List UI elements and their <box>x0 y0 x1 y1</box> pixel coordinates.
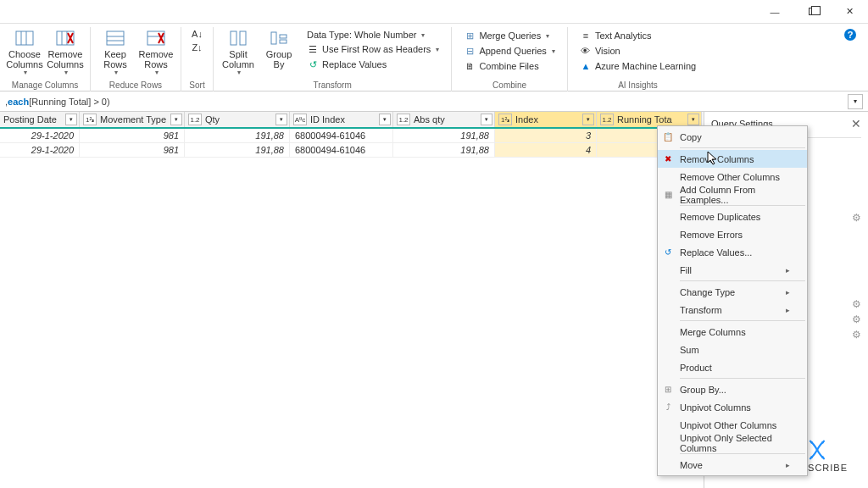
menu-remove-duplicates[interactable]: Remove Duplicates <box>658 208 807 225</box>
label: Remove Rows <box>138 49 174 69</box>
column-header-qty[interactable]: 1.2Qty▾ <box>185 112 290 127</box>
gear-icon[interactable]: ⚙ <box>852 212 861 224</box>
column-header-movement-type[interactable]: 1²₃Movement Type▾ <box>80 112 185 127</box>
close-pane-button[interactable]: ✕ <box>851 117 861 130</box>
label: Group By <box>261 49 297 69</box>
combine-files-button[interactable]: 🗎Combine Files <box>460 59 559 73</box>
separator <box>680 280 805 281</box>
help-button[interactable]: ? <box>844 25 863 41</box>
menu-add-column-from-examples[interactable]: ▦Add Column From Examples... <box>658 186 807 203</box>
menu-remove-other-columns[interactable]: Remove Other Columns <box>658 168 807 186</box>
submenu-icon: ▸ <box>786 461 790 469</box>
sort-desc-icon: Z↓ <box>192 42 203 53</box>
group-label: Manage Columns <box>12 80 78 92</box>
formula-bar[interactable]: , each [Running Total] > 0) ▾ <box>0 92 868 112</box>
sort-asc-button[interactable]: A↓ <box>188 27 207 41</box>
first-row-headers-button[interactable]: ☰Use First Row as Headers▾ <box>303 42 442 56</box>
menu-replace-values[interactable]: ↺Replace Values... <box>658 243 807 261</box>
cell: 29-1-2020 <box>0 129 80 142</box>
label: Data Type: Whole Number <box>307 30 416 40</box>
menu-remove-errors[interactable]: Remove Errors <box>658 225 807 243</box>
unpivot-icon: ⤴ <box>661 401 675 414</box>
ribbon-group-combine: ⊞Merge Queries▾ ⊟Append Queries▾ 🗎Combin… <box>452 27 568 92</box>
replace-values-button[interactable]: ↺Replace Values <box>303 58 442 71</box>
data-type-button[interactable]: Data Type: Whole Number▾ <box>303 29 442 41</box>
column-header-index[interactable]: 1²₃Index▾ <box>495 112 597 127</box>
merge-queries-button[interactable]: ⊞Merge Queries▾ <box>460 29 559 42</box>
menu-group-by[interactable]: ⊞Group By... <box>658 380 807 398</box>
vision-button[interactable]: 👁Vision <box>576 44 699 58</box>
menu-unpivot-selected-columns[interactable]: Unpivot Only Selected Columns <box>658 434 807 452</box>
gear-icon[interactable]: ⚙ <box>852 313 861 325</box>
chevron-down-icon: ▾ <box>64 69 68 77</box>
menu-fill[interactable]: Fill▸ <box>658 261 807 279</box>
table-row[interactable]: 29-1-2020 981 191,88 68000494-61046 191,… <box>0 143 704 158</box>
menu-product[interactable]: Product <box>658 358 807 376</box>
close-button[interactable]: ✕ <box>831 0 868 24</box>
filter-icon[interactable]: ▾ <box>170 114 182 125</box>
close-icon: ✕ <box>846 6 854 17</box>
maximize-button[interactable] <box>793 0 831 24</box>
ribbon-group-sort: A↓ Z↓ Sort <box>181 27 214 92</box>
cell: 191,88 <box>393 143 495 157</box>
filter-icon[interactable]: ▾ <box>65 114 77 125</box>
group-label: Transform <box>314 80 352 92</box>
grid-body: 29-1-2020 981 191,88 68000494-61046 191,… <box>0 129 704 158</box>
filter-icon[interactable]: ▾ <box>275 114 287 125</box>
filter-icon[interactable]: ▾ <box>687 114 699 125</box>
remove-columns-icon <box>56 29 75 47</box>
sort-desc-button[interactable]: Z↓ <box>188 41 207 54</box>
table-row[interactable]: 29-1-2020 981 191,88 68000494-61046 191,… <box>0 129 704 143</box>
split-column-button[interactable]: Split Column▾ <box>219 27 258 79</box>
menu-unpivot-columns[interactable]: ⤴Unpivot Columns <box>658 398 807 416</box>
cell: 191,88 <box>185 143 290 157</box>
label: Split Column <box>220 49 256 69</box>
menu-sum[interactable]: Sum <box>658 341 807 358</box>
ribbon: Choose Columns▾ Remove Columns▾ Manage C… <box>0 24 868 92</box>
menu-remove-columns[interactable]: ✖Remove Columns <box>658 150 807 168</box>
filter-icon[interactable]: ▾ <box>379 114 391 125</box>
menu-change-type[interactable]: Change Type▸ <box>658 283 807 301</box>
label: Remove Columns <box>47 49 83 69</box>
ribbon-group-transform: Split Column▾ Group By Data Type: Whole … <box>214 27 452 92</box>
menu-merge-columns: Merge Columns <box>658 323 807 341</box>
group-by-button[interactable]: Group By <box>259 27 298 79</box>
submenu-icon: ▸ <box>786 266 790 274</box>
chevron-down-icon: ▾ <box>114 69 118 77</box>
column-header-posting-date[interactable]: Posting Date▾ <box>0 112 80 127</box>
group-label: Reduce Rows <box>109 80 162 92</box>
remove-columns-button[interactable]: Remove Columns▾ <box>46 27 85 79</box>
menu-move[interactable]: Move▸ <box>658 456 807 474</box>
menu-copy[interactable]: 📋Copy <box>658 128 807 146</box>
filter-icon[interactable]: ▾ <box>582 114 594 125</box>
submenu-icon: ▸ <box>786 306 790 314</box>
menu-transform[interactable]: Transform▸ <box>658 301 807 319</box>
remove-rows-button[interactable]: Remove Rows▾ <box>136 27 175 79</box>
chevron-down-icon: ▾ <box>24 69 27 77</box>
menu-unpivot-other-columns[interactable]: Unpivot Other Columns <box>658 416 807 434</box>
gear-icon[interactable]: ⚙ <box>852 329 861 341</box>
label: Choose Columns <box>6 49 42 69</box>
text-analytics-button[interactable]: ≡Text Analytics <box>576 29 699 42</box>
column-header-abs-qty[interactable]: 1.2Abs qty▾ <box>393 112 495 127</box>
append-queries-button[interactable]: ⊟Append Queries▾ <box>460 44 559 58</box>
remove-rows-icon <box>147 29 165 47</box>
column-header-id-index[interactable]: AᴮcID Index▾ <box>290 112 393 127</box>
merge-icon: ⊞ <box>464 30 476 42</box>
choose-columns-button[interactable]: Choose Columns▾ <box>5 27 44 79</box>
keep-rows-button[interactable]: Keep Rows▾ <box>96 27 135 79</box>
formula-expand-button[interactable]: ▾ <box>848 94 863 109</box>
cell: 3 <box>495 129 597 142</box>
help-icon: ? <box>844 29 856 41</box>
ribbon-group-ai-insights: ≡Text Analytics 👁Vision ▲Azure Machine L… <box>568 27 708 92</box>
group-by-icon <box>270 29 288 47</box>
gear-icon[interactable]: ⚙ <box>852 298 861 310</box>
choose-columns-icon <box>15 29 34 47</box>
keep-rows-icon <box>106 29 125 47</box>
minimize-button[interactable]: — <box>756 0 793 24</box>
maximize-icon <box>809 8 816 15</box>
filter-icon[interactable]: ▾ <box>481 114 492 125</box>
azure-ml-button[interactable]: ▲Azure Machine Learning <box>576 59 699 73</box>
split-column-icon <box>229 29 248 47</box>
svg-rect-8 <box>107 31 124 45</box>
